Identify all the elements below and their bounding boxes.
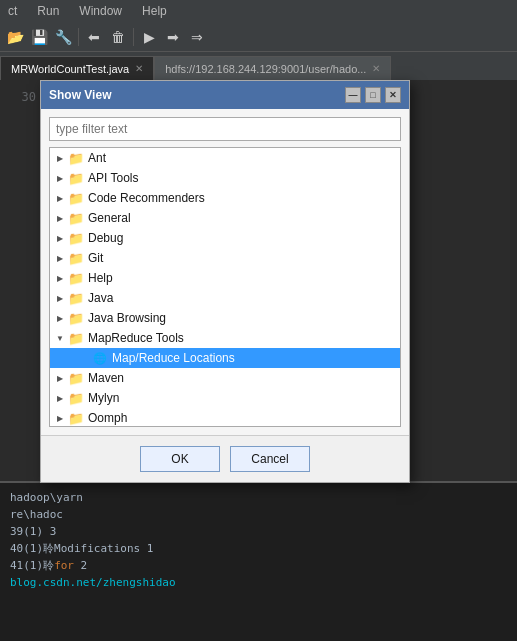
tree-item-general[interactable]: ▶ 📁 General (50, 208, 400, 228)
folder-icon-maven: 📁 (68, 371, 84, 385)
expand-arrow-ant: ▶ (54, 154, 66, 163)
tree-item-maven[interactable]: ▶ 📁 Maven (50, 368, 400, 388)
expand-arrow-git: ▶ (54, 254, 66, 263)
console-keyword-for: for (54, 559, 74, 572)
ok-button[interactable]: OK (140, 446, 220, 472)
menu-help[interactable]: Help (138, 2, 171, 20)
expand-arrow-mylyn: ▶ (54, 394, 66, 403)
tree-item-java-browsing[interactable]: ▶ 📁 Java Browsing (50, 308, 400, 328)
special-icon-map-reduce-locations: 🌐 (92, 351, 108, 365)
tree-item-java[interactable]: ▶ 📁 Java (50, 288, 400, 308)
console-text-2: re\hadoc (10, 508, 63, 521)
tree-item-map-reduce-locations[interactable]: 🌐 Map/Reduce Locations (50, 348, 400, 368)
tree-label-api-tools: API Tools (88, 171, 138, 185)
expand-arrow-general: ▶ (54, 214, 66, 223)
tree-label-oomph: Oomph (88, 411, 127, 425)
toolbar-wrench-btn[interactable]: 🔧 (52, 26, 74, 48)
expand-arrow-api-tools: ▶ (54, 174, 66, 183)
tree-item-code-recommenders[interactable]: ▶ 📁 Code Recommenders (50, 188, 400, 208)
toolbar-trash-btn[interactable]: 🗑 (107, 26, 129, 48)
folder-icon-java-browsing: 📁 (68, 311, 84, 325)
tab-label-hdfs: hdfs://192.168.244.129:9001/user/hado... (165, 63, 366, 75)
console-line-4: 40(1)聆Modifications 1 (10, 540, 507, 557)
menu-bar: ct Run Window Help (0, 0, 517, 22)
menu-run[interactable]: Run (33, 2, 63, 20)
folder-icon-api-tools: 📁 (68, 171, 84, 185)
console-line-6: blog.csdn.net/zhengshidao (10, 574, 507, 591)
expand-arrow-map-reduce-locations (78, 354, 90, 363)
folder-icon-mylyn: 📁 (68, 391, 84, 405)
dialog-minimize-btn[interactable]: — (345, 87, 361, 103)
tree-item-oomph[interactable]: ▶ 📁 Oomph (50, 408, 400, 427)
folder-icon-general: 📁 (68, 211, 84, 225)
tree-label-maven: Maven (88, 371, 124, 385)
tree-item-mylyn[interactable]: ▶ 📁 Mylyn (50, 388, 400, 408)
tree-label-code-recommenders: Code Recommenders (88, 191, 205, 205)
expand-arrow-java-browsing: ▶ (54, 314, 66, 323)
folder-icon-mapreduce-tools: 📁 (68, 331, 84, 345)
console-line-2: re\hadoc (10, 506, 507, 523)
tree-label-debug: Debug (88, 231, 123, 245)
filter-input[interactable] (49, 117, 401, 141)
dialog-footer: OK Cancel (41, 435, 409, 482)
expand-arrow-maven: ▶ (54, 374, 66, 383)
dialog-controls: — □ ✕ (345, 87, 401, 103)
console-text-4: 40(1)聆Modifications 1 (10, 542, 153, 555)
dialog-close-btn[interactable]: ✕ (385, 87, 401, 103)
tree-item-api-tools[interactable]: ▶ 📁 API Tools (50, 168, 400, 188)
cancel-button[interactable]: Cancel (230, 446, 310, 472)
folder-icon-ant: 📁 (68, 151, 84, 165)
console-text-3: 39(1) 3 (10, 525, 56, 538)
dialog-title: Show View (49, 88, 111, 102)
toolbar-back-btn[interactable]: ⬅ (83, 26, 105, 48)
expand-arrow-oomph: ▶ (54, 414, 66, 423)
tree-item-mapreduce-tools[interactable]: ▼ 📁 MapReduce Tools (50, 328, 400, 348)
tree-label-ant: Ant (88, 151, 106, 165)
tree-label-git: Git (88, 251, 103, 265)
toolbar-fwd-btn[interactable]: ➡ (162, 26, 184, 48)
folder-icon-oomph: 📁 (68, 411, 84, 425)
line-number-30: 30 (12, 88, 36, 106)
console-text-1: hadoop\yarn (10, 491, 83, 504)
toolbar-open-btn[interactable]: 📂 (4, 26, 26, 48)
tab-bar: MRWorldCountTest.java ✕ hdfs://192.168.2… (0, 52, 517, 80)
tree-item-help[interactable]: ▶ 📁 Help (50, 268, 400, 288)
tree-container[interactable]: ▶ 📁 Ant ▶ 📁 API Tools ▶ 📁 Code Recommend… (49, 147, 401, 427)
tree-label-java-browsing: Java Browsing (88, 311, 166, 325)
expand-arrow-mapreduce-tools: ▼ (54, 334, 66, 343)
tree-label-java: Java (88, 291, 113, 305)
tree-label-mylyn: Mylyn (88, 391, 119, 405)
tree-label-map-reduce-locations: Map/Reduce Locations (112, 351, 235, 365)
expand-arrow-help: ▶ (54, 274, 66, 283)
folder-icon-java: 📁 (68, 291, 84, 305)
menu-window[interactable]: Window (75, 2, 126, 20)
tab-mrworldcount[interactable]: MRWorldCountTest.java ✕ (0, 56, 154, 80)
expand-arrow-code-recommenders: ▶ (54, 194, 66, 203)
tree-item-debug[interactable]: ▶ 📁 Debug (50, 228, 400, 248)
expand-arrow-java: ▶ (54, 294, 66, 303)
console-line-1: hadoop\yarn (10, 489, 507, 506)
dialog-titlebar: Show View — □ ✕ (41, 81, 409, 109)
console-line-3: 39(1) 3 (10, 523, 507, 540)
console-text-5: 41(1)聆for 2 (10, 559, 87, 572)
toolbar-run-btn[interactable]: ▶ (138, 26, 160, 48)
menu-ct[interactable]: ct (4, 2, 21, 20)
dialog-body: ▶ 📁 Ant ▶ 📁 API Tools ▶ 📁 Code Recommend… (41, 109, 409, 435)
console-line-5: 41(1)聆for 2 (10, 557, 507, 574)
tab-hdfs[interactable]: hdfs://192.168.244.129:9001/user/hado...… (154, 56, 391, 80)
dialog-maximize-btn[interactable]: □ (365, 87, 381, 103)
console-text-6: blog.csdn.net/zhengshidao (10, 576, 176, 589)
tab-close-mrworldcount[interactable]: ✕ (135, 63, 143, 74)
tab-label-mrworldcount: MRWorldCountTest.java (11, 63, 129, 75)
tree-label-general: General (88, 211, 131, 225)
tree-label-help: Help (88, 271, 113, 285)
toolbar-separator2 (133, 28, 134, 46)
tree-item-git[interactable]: ▶ 📁 Git (50, 248, 400, 268)
toolbar-save-btn[interactable]: 💾 (28, 26, 50, 48)
show-view-dialog: Show View — □ ✕ ▶ 📁 Ant ▶ 📁 API Tools (40, 80, 410, 483)
toolbar-fwd2-btn[interactable]: ⇒ (186, 26, 208, 48)
toolbar-separator (78, 28, 79, 46)
tree-label-mapreduce-tools: MapReduce Tools (88, 331, 184, 345)
tree-item-ant[interactable]: ▶ 📁 Ant (50, 148, 400, 168)
tab-close-hdfs[interactable]: ✕ (372, 63, 380, 74)
